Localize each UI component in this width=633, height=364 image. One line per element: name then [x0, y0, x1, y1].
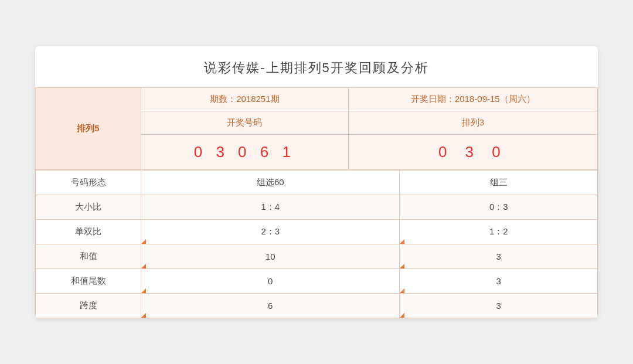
- pl3-numbers: 0 3 0: [348, 134, 597, 169]
- row-label: 号码形态: [36, 170, 141, 195]
- pl3-value: 组三: [400, 170, 598, 195]
- data-table: 号码形态组选60组三大小比1：40：3单双比2：31：2和值103和值尾数03跨…: [35, 170, 598, 318]
- main-table: 排列5 期数：2018251期 开奖日期：2018-09-15（周六） 开奖号码…: [35, 87, 598, 170]
- pl5-value: 1：4: [141, 195, 400, 219]
- period-label: 期数：2018251期: [141, 87, 349, 111]
- table-row: 号码形态组选60组三: [36, 170, 598, 195]
- period-row: 排列5 期数：2018251期 开奖日期：2018-09-15（周六）: [36, 87, 598, 111]
- pl5-value: 6: [141, 293, 400, 318]
- game-label: 排列5: [36, 87, 141, 169]
- col2-header: 排列3: [348, 111, 597, 134]
- table-row: 大小比1：40：3: [36, 195, 598, 219]
- row-label: 大小比: [36, 195, 141, 219]
- main-card: 说彩传媒-上期排列5开奖回顾及分析 排列5 期数：2018251期 开奖日期：2…: [35, 46, 598, 318]
- col1-header: 开奖号码: [141, 111, 349, 134]
- pl5-value: 组选60: [141, 170, 400, 195]
- pl3-value: 0：3: [400, 195, 598, 219]
- pl3-value: 3: [400, 268, 598, 293]
- row-label: 和值: [36, 244, 141, 268]
- row-label: 跨度: [36, 293, 141, 318]
- pl5-value: 10: [141, 244, 400, 268]
- table-row: 跨度63: [36, 293, 598, 318]
- pl3-value: 3: [400, 293, 598, 318]
- draw-date-label: 开奖日期：2018-09-15（周六）: [348, 87, 597, 111]
- row-label: 单双比: [36, 219, 141, 244]
- pl3-value: 3: [400, 244, 598, 268]
- pl5-numbers: 0 3 0 6 1: [141, 134, 349, 169]
- pl3-value: 1：2: [400, 219, 598, 244]
- pl5-value: 2：3: [141, 219, 400, 244]
- table-row: 单双比2：31：2: [36, 219, 598, 244]
- page-title: 说彩传媒-上期排列5开奖回顾及分析: [35, 46, 598, 87]
- table-row: 和值尾数03: [36, 268, 598, 293]
- row-label: 和值尾数: [36, 268, 141, 293]
- pl5-value: 0: [141, 268, 400, 293]
- table-row: 和值103: [36, 244, 598, 268]
